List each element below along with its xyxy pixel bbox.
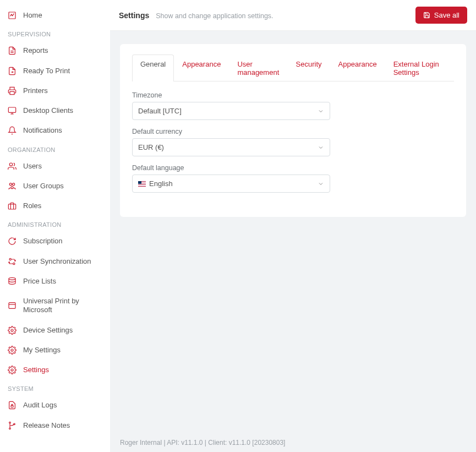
section-header-administration: ADMINISTRATION bbox=[0, 216, 110, 231]
sidebar-item-settings[interactable]: Settings bbox=[0, 360, 110, 380]
sidebar-item-price-lists[interactable]: Price Lists bbox=[0, 271, 110, 291]
tabs: GeneralAppearanceUser managementSecurity… bbox=[132, 54, 454, 81]
sidebar-item-label: Price Lists bbox=[23, 277, 56, 286]
language-select[interactable]: English bbox=[132, 175, 330, 193]
svg-rect-11 bbox=[8, 204, 15, 209]
sidebar-item-label: Notifications bbox=[23, 126, 62, 135]
svg-point-22 bbox=[9, 428, 11, 429]
sidebar-item-user-synchronization[interactable]: User Synchronization bbox=[0, 252, 110, 271]
flag-us-icon bbox=[138, 181, 146, 187]
tab-user-management[interactable]: User management bbox=[229, 55, 287, 81]
footer-text: Roger Internal | API: v11.1.0 | Client: … bbox=[110, 434, 476, 452]
svg-point-21 bbox=[9, 422, 11, 423]
sidebar-item-reports[interactable]: Reports bbox=[0, 41, 110, 61]
tab-appearance[interactable]: Appearance bbox=[174, 55, 229, 81]
sidebar-item-audit-logs[interactable]: Audit Logs bbox=[0, 395, 110, 415]
sidebar-item-label: Printers bbox=[23, 86, 48, 95]
form-group-language: Default language English bbox=[132, 164, 330, 193]
section-header-supervision: SUPERVISION bbox=[0, 25, 110, 41]
section-header-system: SYSTEM bbox=[0, 380, 110, 395]
sidebar-item-label: Release Notes bbox=[23, 421, 70, 430]
tab-security[interactable]: Security bbox=[288, 55, 330, 81]
printer-icon bbox=[8, 86, 20, 95]
gear-icon bbox=[8, 366, 20, 374]
tab-appearance[interactable]: Appearance bbox=[330, 55, 385, 81]
sidebar-item-device-settings[interactable]: Device Settings bbox=[0, 320, 110, 340]
bell-icon bbox=[8, 126, 20, 135]
svg-point-17 bbox=[11, 329, 13, 331]
sidebar-item-release-notes[interactable]: Release Notes bbox=[0, 416, 110, 435]
sidebar-item-ready-to-print[interactable]: Ready To Print bbox=[0, 61, 110, 81]
sidebar-item-home[interactable]: Home bbox=[0, 6, 110, 25]
tab-external-login-settings[interactable]: External Login Settings bbox=[385, 55, 454, 81]
sidebar-item-label: Subscription bbox=[23, 237, 63, 246]
sidebar-item-roles[interactable]: Roles bbox=[0, 196, 110, 216]
language-value: English bbox=[149, 179, 173, 188]
gear-icon bbox=[8, 326, 20, 335]
svg-rect-4 bbox=[8, 107, 15, 112]
svg-point-14 bbox=[9, 277, 15, 280]
page-title: Settings bbox=[119, 11, 149, 20]
svg-point-8 bbox=[9, 183, 12, 186]
currency-label: Default currency bbox=[132, 128, 330, 135]
save-all-button[interactable]: Save all bbox=[415, 7, 467, 24]
page-subtitle: Show and change application settings. bbox=[156, 12, 273, 20]
svg-rect-15 bbox=[9, 303, 15, 309]
svg-point-7 bbox=[9, 163, 12, 166]
branch-icon bbox=[8, 421, 20, 430]
form-group-currency: Default currency EUR (€) bbox=[132, 128, 330, 156]
sidebar-item-my-settings[interactable]: My Settings bbox=[0, 340, 110, 360]
sidebar-item-desktop-clients[interactable]: Desktop Clients bbox=[0, 101, 110, 121]
currency-value: EUR (€) bbox=[138, 143, 164, 151]
section-header-organization: ORGANIZATION bbox=[0, 141, 110, 156]
sidebar: Home SUPERVISION ReportsReady To PrintPr… bbox=[0, 0, 110, 452]
desktop-icon bbox=[8, 106, 20, 115]
gear-icon bbox=[8, 346, 20, 355]
sidebar-item-label: Audit Logs bbox=[23, 401, 57, 410]
chevron-down-icon bbox=[318, 181, 324, 187]
sidebar-item-label: Home bbox=[23, 11, 42, 20]
svg-point-10 bbox=[11, 187, 13, 189]
sidebar-item-label: Desktop Clients bbox=[23, 106, 73, 115]
main: Settings Show and change application set… bbox=[110, 0, 476, 452]
svg-point-18 bbox=[11, 349, 13, 351]
content-area: GeneralAppearanceUser managementSecurity… bbox=[110, 31, 476, 434]
timezone-select[interactable]: Default [UTC] bbox=[132, 102, 330, 120]
topbar: Settings Show and change application set… bbox=[110, 0, 476, 31]
sidebar-item-printers[interactable]: Printers bbox=[0, 81, 110, 101]
chevron-down-icon bbox=[318, 144, 324, 151]
sidebar-item-label: My Settings bbox=[23, 346, 61, 355]
save-button-label: Save all bbox=[434, 11, 459, 19]
file-icon bbox=[8, 46, 20, 55]
svg-point-19 bbox=[11, 369, 13, 371]
user-groups-icon bbox=[8, 182, 20, 190]
stack-icon bbox=[8, 277, 20, 286]
sidebar-item-label: Roles bbox=[23, 202, 41, 210]
file-send-icon bbox=[8, 67, 20, 75]
sidebar-item-label: Settings bbox=[23, 366, 49, 374]
svg-rect-20 bbox=[11, 406, 13, 407]
svg-rect-3 bbox=[10, 91, 14, 94]
sidebar-item-label: Users bbox=[23, 162, 42, 171]
form-group-timezone: Timezone Default [UTC] bbox=[132, 91, 330, 120]
currency-select[interactable]: EUR (€) bbox=[132, 138, 330, 156]
sidebar-item-label: Device Settings bbox=[23, 326, 73, 335]
sync-users-icon bbox=[8, 257, 20, 266]
sidebar-item-user-groups[interactable]: User Groups bbox=[0, 176, 110, 196]
tab-general[interactable]: General bbox=[132, 55, 174, 81]
timezone-label: Timezone bbox=[132, 91, 330, 99]
svg-point-13 bbox=[13, 263, 15, 264]
users-icon bbox=[8, 162, 20, 171]
save-icon bbox=[423, 12, 430, 19]
sidebar-item-notifications[interactable]: Notifications bbox=[0, 121, 110, 140]
sidebar-item-universal-print-by-microsoft[interactable]: Universal Print by Microsoft bbox=[0, 291, 110, 320]
window-icon bbox=[8, 301, 20, 310]
timezone-value: Default [UTC] bbox=[138, 107, 182, 115]
briefcase-icon bbox=[8, 202, 20, 210]
sidebar-item-users[interactable]: Users bbox=[0, 156, 110, 176]
sidebar-item-label: Reports bbox=[23, 46, 48, 55]
sidebar-item-subscription[interactable]: Subscription bbox=[0, 231, 110, 251]
language-label: Default language bbox=[132, 164, 330, 172]
chevron-down-icon bbox=[318, 108, 324, 115]
chart-icon bbox=[8, 11, 20, 20]
